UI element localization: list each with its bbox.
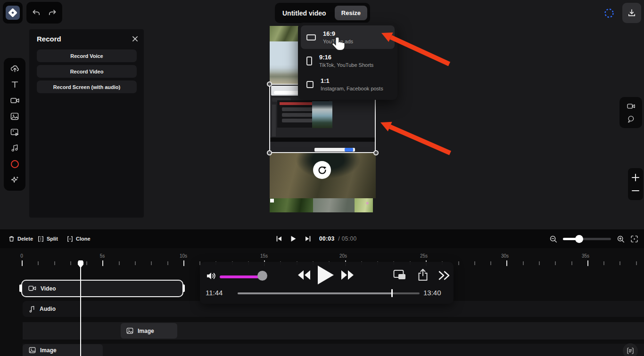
filmstrip-frame <box>355 198 373 212</box>
clone-button[interactable]: Clone <box>67 236 91 242</box>
player-total-duration: 13:40 <box>423 289 441 297</box>
fit-timeline-button[interactable] <box>630 235 638 243</box>
skip-start-icon <box>276 235 282 242</box>
left-tool-rail <box>4 58 25 191</box>
volume-slider-knob[interactable] <box>257 271 267 281</box>
rewind-button[interactable] <box>297 269 311 281</box>
plus-icon <box>631 173 640 182</box>
refresh-icon <box>317 165 327 175</box>
record-tool-button[interactable] <box>9 159 20 169</box>
aspect-16-9-icon <box>306 34 316 40</box>
preview-beach-clip[interactable] <box>270 41 302 84</box>
preview-ui-rail <box>272 105 276 137</box>
preview-foliage-clip[interactable] <box>270 26 302 41</box>
webcam-button[interactable] <box>627 102 636 111</box>
split-label: Split <box>47 236 58 242</box>
player-elapsed-time: 11:44 <box>206 289 223 297</box>
zoom-out-icon <box>549 235 557 243</box>
close-record-panel-button[interactable] <box>132 36 138 42</box>
skip-to-end-button[interactable] <box>305 235 311 242</box>
ruler-label: 35s <box>576 253 595 259</box>
effects-tool-button[interactable] <box>9 175 20 185</box>
record-video-button[interactable]: Record Video <box>37 65 137 78</box>
record-panel-title: Record <box>37 35 61 43</box>
play-button[interactable] <box>290 235 297 242</box>
menu-ratio-label: 1:1 <box>321 77 383 85</box>
picture-in-picture-button[interactable] <box>393 269 406 281</box>
stock-media-button[interactable] <box>9 127 20 138</box>
menu-item-16-9[interactable]: 16:9 YouTube ads <box>301 25 395 49</box>
transport-controls: 00:03 / 05:00 <box>276 229 357 248</box>
minus-icon <box>631 186 640 195</box>
player-progress-fill <box>238 292 392 294</box>
resize-button[interactable]: Resize <box>335 6 367 20</box>
more-controls-button[interactable] <box>438 270 451 281</box>
resize-dropdown-menu: 16:9 YouTube ads 9:16 TikTok, YouTube Sh… <box>298 23 397 100</box>
skip-end-icon <box>305 235 311 242</box>
image-clip-label: Image <box>40 347 57 354</box>
app-logo-button[interactable] <box>3 2 23 24</box>
timeline-zoom-in-button[interactable] <box>617 235 625 243</box>
zoom-out-canvas-button[interactable] <box>631 186 640 195</box>
playhead-line[interactable] <box>80 264 81 356</box>
clip-trim-handle-right[interactable] <box>182 284 185 292</box>
player-play-button[interactable] <box>317 265 335 285</box>
playhead-handle[interactable] <box>78 260 83 268</box>
play-icon <box>317 265 335 285</box>
app-logo-icon <box>6 6 20 20</box>
export-button[interactable] <box>622 3 641 23</box>
ruler-label: 15s <box>255 253 273 259</box>
comment-button[interactable] <box>627 115 635 123</box>
image-track-row-2 <box>23 344 644 356</box>
text-tool-button[interactable] <box>9 80 20 90</box>
player-progress-marker[interactable] <box>391 289 393 297</box>
redo-button[interactable] <box>48 8 57 17</box>
timeline-zoom-controls <box>549 229 638 248</box>
share-button[interactable] <box>417 268 429 282</box>
video-editor-app: Untitled video Resize <box>0 0 644 356</box>
delete-label: Delete <box>17 236 33 242</box>
menu-item-9-16[interactable]: 9:16 TikTok, YouTube Shorts <box>301 49 395 73</box>
image-clip-label: Image <box>138 328 154 334</box>
double-chevron-right-icon <box>438 270 451 281</box>
rotate-sync-button[interactable] <box>313 161 331 179</box>
selection-handle-bottom-left[interactable] <box>267 150 272 155</box>
menu-platforms-label: Instagram, Facebook posts <box>321 86 383 91</box>
selection-handle-bottom-right[interactable] <box>373 150 379 155</box>
menu-item-1-1[interactable]: 1:1 Instagram, Facebook posts <box>301 73 395 96</box>
volume-icon[interactable] <box>206 271 217 281</box>
clone-label: Clone <box>76 236 91 242</box>
track-manager-button[interactable] <box>623 343 638 356</box>
undo-button[interactable] <box>32 8 41 17</box>
zoom-slider-knob[interactable] <box>575 235 583 243</box>
video-track-clip-selected[interactable]: Video <box>21 280 183 297</box>
clip-trim-handle-left[interactable] <box>19 284 22 292</box>
zoom-in-canvas-button[interactable] <box>631 173 640 182</box>
split-button[interactable]: Split <box>38 236 58 242</box>
upload-media-button[interactable] <box>9 64 20 74</box>
video-tool-button[interactable] <box>9 95 20 105</box>
record-screen-button[interactable]: Record Screen (with audio) <box>37 81 137 93</box>
skip-to-start-button[interactable] <box>276 235 282 242</box>
redo-icon <box>48 8 57 17</box>
image-clip-2[interactable]: Image <box>23 344 103 356</box>
timeline-zoom-slider[interactable] <box>563 238 611 240</box>
image-tool-button[interactable] <box>9 111 20 121</box>
current-time: 00:03 <box>319 235 335 242</box>
play-icon <box>290 235 297 242</box>
image-clip-1[interactable]: Image <box>121 323 177 339</box>
audio-tool-button[interactable] <box>9 143 20 154</box>
aspect-1-1-icon <box>306 81 314 88</box>
record-voice-button[interactable]: Record Voice <box>37 49 137 62</box>
image-track-row <box>23 322 644 340</box>
ruler-label: 10s <box>174 253 193 259</box>
text-icon <box>10 80 19 89</box>
fast-forward-icon <box>340 269 355 281</box>
clone-icon <box>67 236 73 242</box>
time-separator: / <box>338 235 340 242</box>
timeline-zoom-out-button[interactable] <box>549 235 557 243</box>
delete-button[interactable]: Delete <box>8 235 33 242</box>
fast-forward-button[interactable] <box>340 269 355 281</box>
image-icon <box>10 112 19 121</box>
selection-handle-top-left[interactable] <box>267 81 272 87</box>
